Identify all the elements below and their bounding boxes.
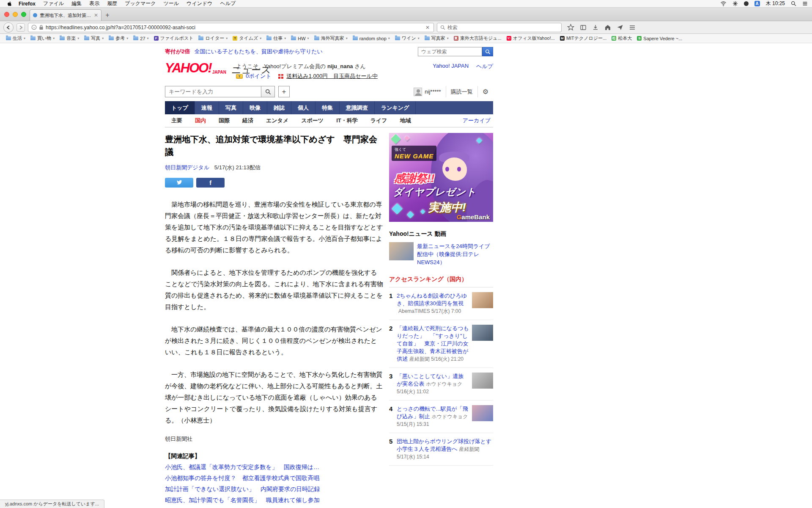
- browser-search-bar[interactable]: [437, 23, 562, 32]
- related-link[interactable]: 昭恵氏、加計学園でも「名誉園長」 職員連れて催し参加: [165, 496, 383, 504]
- menubar-app-name[interactable]: Firefox: [15, 1, 39, 7]
- settings-button[interactable]: ⚙: [477, 86, 493, 97]
- news-search-button[interactable]: [261, 86, 275, 97]
- ranking-item[interactable]: 2 「連続殺人で死刑になるつもりだった」 「"すっきり"して自首」 東京・江戸川…: [389, 320, 493, 368]
- video-link[interactable]: 最新ニュースを24時間ライブ配信中（映像提供:日テレNEWS24）: [417, 242, 493, 266]
- nav-tab-personal[interactable]: 個人: [291, 101, 315, 114]
- nav-tab-feature[interactable]: 特集: [315, 101, 340, 114]
- menubar-item-history[interactable]: 履歴: [103, 0, 121, 7]
- category-it-science[interactable]: IT・科学: [330, 117, 364, 124]
- nav-tab-video[interactable]: 映像: [243, 101, 267, 114]
- bookmark-folder[interactable]: 海外写真家▾: [312, 35, 350, 41]
- ranking-item[interactable]: 4 とっさの機転で...駅員が「飛び込み」制止ホウドウキョク 5/15(月) 1…: [389, 400, 493, 433]
- url-bar[interactable]: ✕: [28, 23, 434, 32]
- bookmark-folder[interactable]: 仕事▾: [264, 35, 288, 41]
- share-icon[interactable]: [617, 24, 623, 31]
- menubar-clock[interactable]: 木 10:25: [766, 0, 785, 7]
- bookmarks-sidebar-icon[interactable]: [580, 24, 587, 31]
- menu-icon[interactable]: [629, 25, 636, 30]
- menubar-item-file[interactable]: ファイル: [39, 0, 68, 7]
- subscriptions-link[interactable]: 購読一覧: [446, 86, 477, 97]
- nav-tab-flash[interactable]: 速報: [195, 101, 219, 114]
- browser-search-input[interactable]: [447, 25, 558, 30]
- web-search-button[interactable]: [482, 47, 493, 56]
- download-icon[interactable]: [592, 24, 599, 31]
- nav-tab-poll[interactable]: 意識調査: [340, 101, 375, 114]
- account-id[interactable]: nij*****: [409, 86, 445, 97]
- bookmark-folder[interactable]: 買い物▾: [28, 35, 57, 41]
- app-status-icon[interactable]: [744, 1, 749, 6]
- article-source-link[interactable]: 朝日新聞デジタル: [165, 164, 209, 171]
- menubar-item-help[interactable]: ヘルプ: [217, 0, 240, 7]
- help-link[interactable]: ヘルプ: [476, 63, 493, 70]
- bookmark-folder[interactable]: 写真家▾: [422, 35, 451, 41]
- ranking-link[interactable]: 2ちゃんねる創設者のひろゆき、賠償請求30億円を無視: [397, 293, 467, 306]
- apple-menu[interactable]: [4, 0, 15, 7]
- bookmark-folder[interactable]: HW▾: [288, 36, 311, 41]
- add-search-tab-button[interactable]: +: [278, 86, 290, 97]
- related-link[interactable]: 加計計画「できない選択肢ない」 内閣府要求の日時記録: [165, 485, 383, 493]
- back-button[interactable]: [3, 22, 14, 33]
- window-zoom-button[interactable]: [21, 12, 26, 17]
- ad-banner[interactable]: ◆ ◆ ◆ ◆ ◆ ◆ ◆ 強くて NEW GAME 感謝祭!! ダイヤプレゼン…: [389, 133, 493, 222]
- bookmark-folder[interactable]: random shop▾: [350, 36, 392, 41]
- facebook-share-button[interactable]: f: [196, 178, 225, 188]
- archive-link[interactable]: アーカイブ: [463, 117, 493, 124]
- related-link[interactable]: 小池氏、都議選「改革勢力で安定多数を」 国政復帰は…: [165, 463, 383, 471]
- bookmark-folder[interactable]: 参考▾: [106, 35, 131, 41]
- bookmark-item[interactable]: Y!オフィス版Yahoo!...: [504, 35, 557, 41]
- ranking-item[interactable]: 5 団地上階からボウリング球投げ落とす 小学生３人を児相通告へ産経新聞 5/17…: [389, 433, 493, 466]
- input-source-icon[interactable]: A: [754, 1, 760, 6]
- related-link[interactable]: 小池都知事の答弁を忖度？ 都立看護学校式典で国歌斉唱: [165, 474, 383, 482]
- window-close-button[interactable]: [4, 12, 9, 17]
- twitter-share-button[interactable]: [165, 178, 193, 188]
- site-info-icon[interactable]: [31, 25, 37, 30]
- spotlight-icon[interactable]: [791, 1, 796, 6]
- bookmark-item[interactable]: 松松本大: [609, 35, 634, 41]
- home-icon[interactable]: [604, 24, 611, 31]
- bookmark-item[interactable]: MMITテクノロジー...: [557, 35, 609, 41]
- category-domestic[interactable]: 国内: [189, 117, 212, 124]
- bookmark-item[interactable]: SSapere Vedere ~...: [634, 36, 685, 41]
- menubar-item-edit[interactable]: 編集: [68, 0, 85, 7]
- bookmark-folder[interactable]: ロイター▾: [196, 35, 230, 41]
- stop-load-icon[interactable]: ✕: [425, 25, 431, 30]
- nav-tab-magazine[interactable]: 雑誌: [267, 101, 291, 114]
- menubar-item-window[interactable]: ウインドウ: [183, 0, 216, 7]
- web-search-input[interactable]: [418, 47, 482, 56]
- category-region[interactable]: 地域: [394, 117, 417, 124]
- yahoo-japan-link[interactable]: Yahoo! JAPAN: [433, 63, 469, 70]
- donation-link[interactable]: 全国にいる子どもたちを、貧困や虐待から守りたい: [195, 48, 323, 55]
- wifi-icon[interactable]: [720, 1, 727, 6]
- points-link[interactable]: 0ポイント: [246, 72, 271, 80]
- category-life[interactable]: ライフ: [364, 117, 394, 124]
- news-search-input[interactable]: [165, 86, 261, 97]
- window-minimize-button[interactable]: [13, 12, 18, 17]
- forward-button[interactable]: [16, 23, 25, 32]
- bookmark-folder[interactable]: 写真▾: [82, 35, 106, 41]
- notification-center-icon[interactable]: [802, 1, 808, 6]
- bookmark-folder[interactable]: 27▾: [131, 36, 151, 41]
- bookmark-item[interactable]: 東東外大言語モジュ...: [451, 35, 504, 41]
- category-main[interactable]: 主要: [165, 117, 189, 124]
- url-input[interactable]: [46, 25, 422, 30]
- nav-tab-photo[interactable]: 写真: [219, 101, 243, 114]
- bookmark-star-icon[interactable]: [567, 24, 574, 31]
- nav-tab-top[interactable]: トップ: [165, 101, 195, 114]
- ranking-item[interactable]: 1 2ちゃんねる創設者のひろゆき、賠償請求30億円を無視AbemaTIMES 5…: [389, 287, 493, 320]
- new-tab-button[interactable]: +: [102, 9, 113, 21]
- bookmark-folder[interactable]: 生活▾: [3, 35, 28, 41]
- video-item[interactable]: 最新ニュースを24時間ライブ配信中（映像提供:日テレNEWS24）: [389, 242, 493, 266]
- category-world[interactable]: 国際: [212, 117, 236, 124]
- category-sports[interactable]: スポーツ: [295, 117, 330, 124]
- pinwheel-icon[interactable]: [732, 1, 738, 6]
- promo-link[interactable]: 送料込み1,000円 目玉商品セール中: [286, 72, 377, 80]
- nav-tab-ranking[interactable]: ランキング: [375, 101, 416, 114]
- category-entertainment[interactable]: エンタメ: [260, 117, 295, 124]
- bookmark-folder[interactable]: ワイン▾: [392, 35, 422, 41]
- bookmark-folder[interactable]: 音楽▾: [57, 35, 82, 41]
- ranking-item[interactable]: 3 「悪いことしてない」遺族が実名公表ホウドウキョク 5/16(火) 11:02: [389, 368, 493, 400]
- bookmark-folder[interactable]: Tタイムズ▾: [230, 35, 264, 41]
- menubar-item-view[interactable]: 表示: [85, 0, 103, 7]
- menubar-item-bookmarks[interactable]: ブックマーク: [121, 0, 159, 7]
